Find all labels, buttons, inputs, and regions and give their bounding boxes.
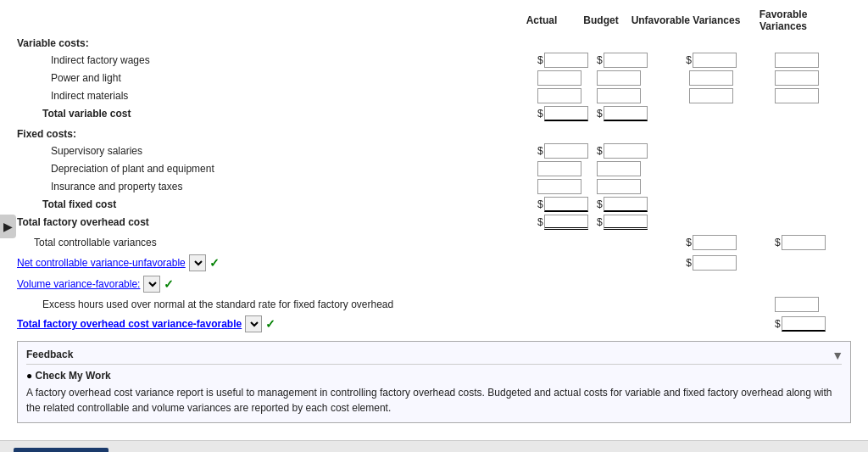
total-fixed-cost-label: Total fixed cost: [17, 198, 537, 210]
excess-hours-row: Excess hours used over normal at the sta…: [17, 297, 851, 312]
tfc-budget-input[interactable]: [604, 197, 648, 212]
dep-actual-cell: [537, 161, 597, 176]
volume-variance-check-icon: ✓: [164, 277, 174, 291]
tcv-unfav-input[interactable]: [693, 235, 737, 250]
total-controllable-variances-label: Total controllable variances: [17, 237, 537, 248]
pl-actual-input[interactable]: [537, 70, 581, 86]
volume-variance-select[interactable]: [143, 276, 160, 293]
col-header-actual: Actual: [512, 14, 571, 26]
im-actual-input[interactable]: [537, 88, 581, 103]
total-factory-overhead-row: Total factory overhead cost $ $: [17, 215, 851, 230]
ifw-actual-cell: $: [537, 53, 597, 68]
total-factory-overhead-label: Total factory overhead cost: [17, 216, 537, 228]
ins-budget-input[interactable]: [597, 179, 641, 194]
feedback-collapse-arrow[interactable]: ▼: [832, 349, 843, 362]
im-budget-input[interactable]: [597, 88, 641, 103]
col-header-fav: Favorable Variances: [741, 8, 826, 32]
feedback-subtitle: ● Check My Work: [26, 370, 842, 382]
im-unfav-input[interactable]: [689, 88, 733, 103]
bottom-bar: Check My Work ❮ Previous: [0, 440, 868, 452]
insurance-label: Insurance and property taxes: [17, 181, 537, 193]
dep-budget-input[interactable]: [597, 161, 641, 176]
excess-hours-fav-input[interactable]: [775, 297, 819, 312]
indirect-factory-wages-label: Indirect factory wages: [17, 54, 537, 66]
tfc-actual-input[interactable]: [544, 197, 588, 212]
power-light-label: Power and light: [17, 72, 537, 84]
tvc-actual-cell: $: [537, 106, 597, 121]
side-arrow[interactable]: ▶: [0, 215, 16, 238]
total-overhead-variance-row: Total factory overhead cost variance-fav…: [17, 315, 851, 332]
feedback-box: Feedback ● Check My Work A factory overh…: [17, 341, 851, 423]
fixed-costs-title: Fixed costs:: [17, 128, 851, 140]
total-variable-cost-label: Total variable cost: [17, 108, 537, 120]
check-my-work-button[interactable]: Check My Work: [14, 448, 108, 452]
total-variable-cost-row: Total variable cost $ $: [17, 106, 851, 121]
tfo-actual-cell: $: [537, 215, 597, 230]
indirect-materials-label: Indirect materials: [17, 90, 537, 102]
total-overhead-variance-select[interactable]: [245, 315, 262, 332]
ins-actual-input[interactable]: [537, 179, 581, 194]
volume-variance-link[interactable]: Volume variance-favorable:: [17, 278, 140, 290]
im-budget-cell: [597, 88, 656, 103]
total-overhead-check-icon: ✓: [265, 317, 275, 331]
tvc-actual-input[interactable]: [544, 106, 588, 121]
ss-actual-cell: $: [537, 143, 597, 159]
ifw-budget-input[interactable]: [604, 53, 648, 68]
tcv-fav-input[interactable]: [782, 235, 826, 250]
insurance-row: Insurance and property taxes: [17, 179, 851, 194]
tfc-actual-cell: $: [537, 197, 597, 212]
ifw-budget-cell: $: [597, 53, 656, 68]
tvc-budget-input[interactable]: [604, 106, 648, 121]
net-controllable-check-icon: ✓: [209, 256, 220, 270]
total-controllable-variances-row: Total controllable variances $ $: [17, 235, 851, 250]
im-fav-input[interactable]: [775, 88, 819, 103]
indirect-factory-wages-row: Indirect factory wages $ $ $: [17, 53, 851, 68]
ifw-fav-input[interactable]: [775, 53, 819, 68]
total-overhead-fav-input[interactable]: [782, 316, 826, 332]
net-controllable-variance-link[interactable]: Net controllable variance-unfavorable: [17, 257, 186, 269]
depreciation-row: Depreciation of plant and equipment: [17, 161, 851, 176]
indirect-materials-row: Indirect materials: [17, 88, 851, 103]
feedback-title: Feedback: [26, 349, 842, 365]
supervisory-salaries-row: Supervisory salaries $ $: [17, 143, 851, 159]
volume-variance-row: Volume variance-favorable: ✓: [17, 276, 851, 293]
total-overhead-variance-link[interactable]: Total factory overhead cost variance-fav…: [17, 318, 242, 330]
pl-actual-cell: [537, 70, 597, 86]
power-light-row: Power and light: [17, 70, 851, 86]
net-ctrl-unfav-input[interactable]: [693, 255, 737, 271]
col-header-budget: Budget: [571, 14, 631, 26]
tfo-actual-input[interactable]: [544, 215, 588, 230]
im-actual-cell: [537, 88, 597, 103]
tfo-budget-cell: $: [597, 215, 656, 230]
feedback-text: A factory overhead cost variance report …: [26, 385, 842, 416]
net-controllable-variance-select[interactable]: [189, 254, 206, 271]
ifw-unfav-input[interactable]: [693, 53, 737, 68]
ins-budget-cell: [597, 179, 656, 194]
ss-budget-input[interactable]: [604, 143, 648, 159]
depreciation-label: Depreciation of plant and equipment: [17, 163, 537, 175]
net-controllable-variance-row: Net controllable variance-unfavorable ✓ …: [17, 254, 851, 271]
dep-actual-input[interactable]: [537, 161, 581, 176]
ins-actual-cell: [537, 179, 597, 194]
dep-budget-cell: [597, 161, 656, 176]
tfo-budget-input[interactable]: [604, 215, 648, 230]
variable-costs-title: Variable costs:: [17, 37, 851, 49]
ss-budget-cell: $: [597, 143, 656, 159]
total-fixed-cost-row: Total fixed cost $ $: [17, 197, 851, 212]
ss-actual-input[interactable]: [544, 143, 588, 159]
excess-hours-label: Excess hours used over normal at the sta…: [17, 299, 537, 310]
tvc-budget-cell: $: [597, 106, 656, 121]
supervisory-salaries-label: Supervisory salaries: [17, 145, 537, 157]
pl-budget-cell: [597, 70, 656, 86]
ifw-actual-input[interactable]: [544, 53, 588, 68]
tfc-budget-cell: $: [597, 197, 656, 212]
pl-budget-input[interactable]: [597, 70, 641, 86]
pl-unfav-input[interactable]: [689, 70, 733, 86]
pl-fav-input[interactable]: [775, 70, 819, 86]
col-header-unfav: Unfavorable Variances: [631, 14, 741, 26]
